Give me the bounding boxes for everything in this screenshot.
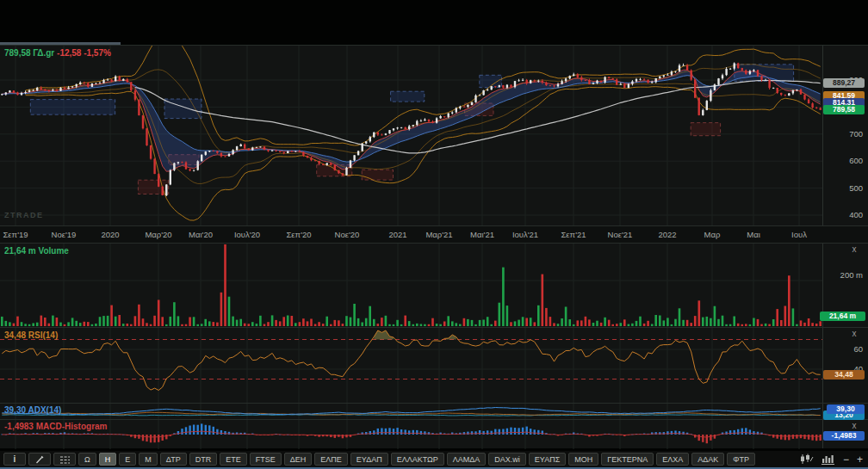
toolbar-item-ΜΟΗ[interactable]: ΜΟΗ [568,453,598,466]
price-chart-plot[interactable] [0,46,822,226]
zoom-in-button[interactable]: + [857,454,863,466]
last-price-and-symbol: 789,58 ΓΔ.gr [4,48,54,58]
toolbar-item-ΕΛΛΑΚΤΩΡ[interactable]: ΕΛΛΑΚΤΩΡ [391,453,444,466]
toolbar-item-ΛΑΜΔΑ[interactable]: ΛΑΜΔΑ [447,453,487,466]
time-axis-label: Σεπ'20 [286,230,311,239]
price-axis-label: 600 [823,156,863,165]
time-axis-label: Σεπ'19 [3,230,28,239]
rsi-plot[interactable] [0,328,822,404]
toolbar-item-ΔΕΗ[interactable]: ΔΕΗ [284,453,313,466]
macd-badge: -1,4983 [823,431,865,441]
zoom-out-button[interactable]: − [843,454,849,466]
toolbar-item-Η[interactable]: Η [99,453,117,466]
time-axis[interactable]: Σεπ'19Νοε'192020Μαρ'20Μαι'20Ιουλ'20Σεπ'2… [0,225,868,243]
toolbar-item-DAX.wi[interactable]: DAX.wi [488,453,526,466]
toolbar-item-ΕΛΠΕ[interactable]: ΕΛΠΕ [314,453,348,466]
ztrade-watermark: ZTRADE [4,211,44,219]
price-axis-label: 500 [823,183,863,193]
toolbar-item-Ω[interactable]: Ω [78,453,96,466]
toolbar-item-FTSE[interactable]: FTSE [250,453,282,466]
time-axis-label: Μαρ'20 [145,230,171,239]
time-axis-label: 2020 [101,230,119,239]
toolbar-item-ΔΤΡ[interactable]: ΔΤΡ [160,453,187,466]
time-axis-label: Ιουλ [791,230,807,239]
trading-app-screen: 789,58 ΓΔ.gr -12,58 -1,57% ZTRADE 900800… [0,0,868,469]
volume-panel[interactable]: 21,64 m Volume 200 m x 21,64 m [0,243,868,327]
close-rsi-panel-button[interactable]: x [849,329,859,339]
time-axis-label: Μαι'20 [189,230,213,239]
rsi-legend: 34,48 RSI(14) [4,330,58,340]
toolbar-item-ΑΔΑΚ[interactable]: ΑΔΑΚ [691,453,724,466]
adx-panel[interactable]: 39,30 ADX(14) 13,2039,30 [0,403,868,419]
time-axis-label: Νοε'19 [52,230,77,239]
price-axis-label: 400 [823,210,863,219]
price-badge: 889,27 [823,78,865,88]
toolbar-item-Μ[interactable]: Μ [139,453,158,466]
macd-legend: -1,4983 MACD-Histogram [4,422,107,431]
volume-plot[interactable] [0,244,822,328]
time-axis-label: 2022 [658,230,676,239]
toolbar-item-ΕΤΕ[interactable]: ΕΤΕ [220,453,247,466]
time-axis-label: Μαρ'21 [425,230,452,239]
toolbar-item-ΕΛΧΑ[interactable]: ΕΛΧΑ [656,453,689,466]
time-axis-label: Ιουλ'20 [234,230,260,239]
rsi-badge: 34,48 [823,370,865,380]
price-chart-panel[interactable]: 789,58 ΓΔ.gr -12,58 -1,57% ZTRADE 900800… [0,45,868,225]
toolbar-item-ΓΕΚΤΕΡΝΑ[interactable]: ΓΕΚΤΕΡΝΑ [601,453,654,466]
time-axis-label: 2021 [388,230,406,239]
pencil-icon [34,454,45,465]
bottom-toolbar: i ΩΗΕΜΔΤΡDTRΕΤΕFTSEΔΕΗΕΛΠΕΕΥΔΑΠΕΛΛΑΚΤΩΡΛ… [0,451,868,467]
time-axis-label: Μαρ [704,230,721,239]
indicator-list-icon [59,454,71,465]
symbol-legend: 789,58 ΓΔ.gr -12,58 -1,57% [4,48,111,58]
info-icon: i [14,454,16,464]
toolbar-item-ΕΥΔΑΠ[interactable]: ΕΥΔΑΠ [350,453,388,466]
histogram-icon[interactable] [822,454,835,465]
toolbar-item-DTR[interactable]: DTR [189,453,218,466]
toolbar-symbol-list: ΩΗΕΜΔΤΡDTRΕΤΕFTSEΔΕΗΕΛΠΕΕΥΔΑΠΕΛΛΑΚΤΩΡΛΑΜ… [78,453,755,466]
draw-tools-button[interactable] [28,453,51,466]
candlestick-chart-icon[interactable] [800,454,814,465]
toolbar-item-ΦΤΡ[interactable]: ΦΤΡ [727,453,755,466]
time-axis-label: Μαι [747,230,760,239]
price-change: -12,58 -1,57% [57,48,111,58]
time-axis-label: Νοε'20 [335,230,360,239]
volume-badge: 21,64 m [820,312,865,321]
time-axis-label: Μαι'21 [470,230,494,239]
volume-legend: 21,64 m Volume [4,246,69,256]
adx-badge: 39,30 [827,404,865,414]
toolbar-right-controls: − + [800,454,865,466]
adx-plot[interactable] [0,404,822,420]
toolbar-item-Ε[interactable]: Ε [119,453,136,466]
price-badge: 789,58 [823,105,865,114]
time-axis-label: Ιουλ'21 [512,230,538,239]
macd-panel[interactable]: -1,4983 MACD-Histogram x -1,4983 [0,419,868,448]
time-axis-label: Νοε'21 [608,230,633,239]
macd-plot[interactable] [0,420,822,449]
close-macd-panel-button[interactable]: x [849,421,859,431]
toolbar-item-ΕΥΑΠΣ[interactable]: ΕΥΑΠΣ [529,453,566,466]
info-button[interactable]: i [3,453,26,466]
price-axis-label: 700 [823,129,863,139]
rsi-axis-label: 60 [823,344,863,354]
time-axis-label: Σεπ'21 [561,230,586,239]
close-volume-panel-button[interactable]: x [849,244,859,255]
rsi-panel[interactable]: 34,48 RSI(14) x 604034,48 [0,327,868,403]
indicators-button[interactable] [53,453,76,466]
volume-axis-label: 200 m [823,270,863,280]
adx-legend: 39,30 ADX(14) [4,405,61,415]
